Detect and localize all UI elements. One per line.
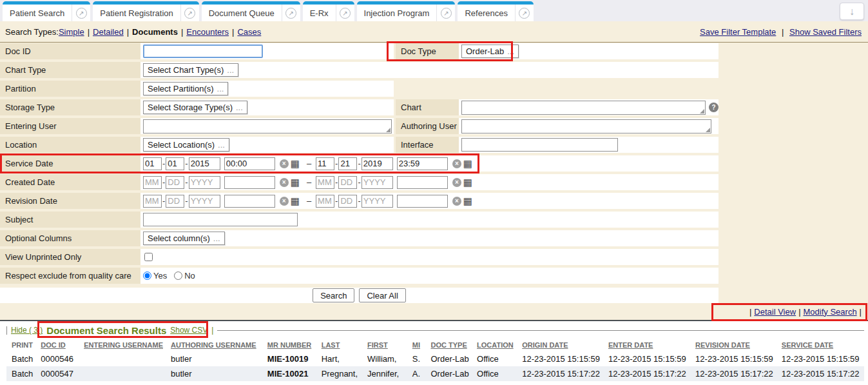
column-header-doc-id[interactable]: DOC ID [35, 339, 79, 351]
column-header-origin-date[interactable]: ORIGIN DATE [517, 339, 603, 351]
clear-date-icon[interactable]: × [280, 178, 289, 187]
service-from-day-input[interactable] [166, 157, 184, 170]
search-type-cases[interactable]: Cases [237, 27, 261, 37]
doc-id-input[interactable] [143, 44, 263, 58]
service-from-month-input[interactable] [143, 157, 162, 170]
hide-results-link[interactable]: Hide ( 3 ) [11, 326, 43, 335]
table-cell-print: Batch [6, 381, 35, 385]
detail-view-link[interactable]: Detail View [754, 307, 796, 317]
table-row[interactable]: Batch0000546butlerMIE-10019Hart,William,… [6, 351, 864, 366]
created-from-year-input[interactable] [189, 176, 220, 189]
created-to-day-input[interactable] [338, 176, 357, 189]
revision-to-month-input[interactable] [316, 195, 334, 208]
service-from-time-input[interactable] [224, 157, 275, 170]
open-in-new-icon: ↗ [184, 8, 195, 19]
service-to-day-input[interactable] [338, 157, 357, 170]
created-to-year-input[interactable] [362, 176, 393, 189]
clear-date-icon[interactable]: × [452, 197, 461, 206]
column-header-revision-date[interactable]: REVISION DATE [690, 339, 776, 351]
clear-date-icon[interactable]: × [452, 159, 461, 168]
clear-date-icon[interactable]: × [280, 159, 289, 168]
tab-references[interactable]: References ↗ [458, 1, 533, 21]
revision-from-day-input[interactable] [166, 195, 184, 208]
subject-input[interactable] [143, 213, 298, 226]
respect-yes-radio[interactable] [143, 271, 151, 280]
respect-no-radio[interactable] [174, 271, 182, 280]
calendar-icon[interactable]: ▦ [291, 159, 300, 168]
open-in-new-icon: ↗ [340, 8, 351, 19]
row-partition: Partition Select Partition(s)... [0, 81, 868, 97]
revision-to-day-input[interactable] [338, 195, 357, 208]
clear-date-icon[interactable]: × [280, 197, 289, 206]
search-type-simple[interactable]: Simple [59, 27, 84, 37]
entering-user-input[interactable] [143, 119, 392, 133]
search-type-encounters[interactable]: Encounters [186, 27, 229, 37]
open-in-new-button[interactable]: ↗ [282, 5, 300, 21]
created-from-day-input[interactable] [166, 176, 184, 189]
authoring-user-input[interactable] [461, 119, 711, 133]
partition-select-button[interactable]: Select Partition(s)... [143, 82, 228, 95]
view-unprinted-checkbox[interactable] [144, 253, 153, 261]
save-filter-template-link[interactable]: Save Filter Template [700, 27, 776, 37]
column-header-first[interactable]: FIRST [362, 339, 407, 351]
location-select-button[interactable]: Select Location(s)... [143, 138, 229, 152]
show-csv-link[interactable]: Show CSV [170, 326, 207, 335]
table-row[interactable]: Batch0000547butlerMIE-10021Pregnant,Jenn… [6, 366, 864, 381]
column-header-doc-type[interactable]: DOC TYPE [425, 339, 472, 351]
clear-date-icon[interactable]: × [452, 178, 461, 187]
download-button[interactable]: ↓ [840, 3, 864, 20]
chart-input[interactable] [461, 101, 706, 115]
column-header-entering-username[interactable]: ENTERING USERNAME [79, 339, 166, 351]
tab-patient-search[interactable]: Patient Search ↗ [3, 1, 90, 21]
revision-from-year-input[interactable] [189, 195, 220, 208]
tab-document-queue[interactable]: Document Queue ↗ [202, 1, 300, 21]
service-to-year-input[interactable] [362, 157, 393, 170]
search-type-detailed[interactable]: Detailed [93, 27, 124, 37]
service-from-year-input[interactable] [189, 157, 220, 170]
chart-type-select-button[interactable]: Select Chart Type(s)... [143, 63, 238, 77]
revision-to-year-input[interactable] [362, 195, 393, 208]
column-header-enter-date[interactable]: ENTER DATE [603, 339, 690, 351]
row-location: Location Select Location(s)... Interface [0, 137, 868, 153]
revision-to-time-input[interactable] [397, 195, 448, 208]
search-types-prefix: Search Types: [5, 27, 59, 37]
revision-from-time-input[interactable] [224, 195, 275, 208]
optional-columns-select-button[interactable]: Select column(s)... [143, 232, 225, 245]
calendar-icon[interactable]: ▦ [463, 196, 472, 206]
help-icon[interactable]: ? [709, 103, 719, 112]
column-header-mi[interactable]: MI [407, 339, 426, 351]
open-in-new-button[interactable]: ↗ [436, 5, 455, 21]
interface-input[interactable] [461, 138, 618, 152]
search-button[interactable]: Search [313, 288, 354, 302]
open-in-new-button[interactable]: ↗ [336, 5, 354, 21]
column-header-location[interactable]: LOCATION [472, 339, 517, 351]
column-header-last[interactable]: LAST [316, 339, 362, 351]
calendar-icon[interactable]: ▦ [463, 177, 472, 187]
open-in-new-button[interactable]: ↗ [72, 5, 90, 21]
show-saved-filters-link[interactable]: Show Saved Filters [789, 27, 862, 37]
created-to-month-input[interactable] [316, 176, 334, 189]
column-header-service-date[interactable]: SERVICE DATE [776, 339, 864, 351]
tab-patient-registration[interactable]: Patient Registration ↗ [93, 1, 198, 21]
modify-search-link[interactable]: Modify Search [804, 307, 857, 317]
revision-from-month-input[interactable] [143, 195, 162, 208]
calendar-icon[interactable]: ▦ [463, 159, 472, 168]
created-from-month-input[interactable] [143, 176, 162, 189]
table-cell-mr-number: MIE-10025 [262, 381, 316, 385]
storage-type-select-button[interactable]: Select Storage Type(s)... [143, 101, 247, 114]
column-header-authoring-username[interactable]: AUTHORING USERNAME [166, 339, 262, 351]
clear-all-button[interactable]: Clear All [359, 288, 405, 302]
tab-injection-program[interactable]: Injection Program ↗ [357, 1, 456, 21]
service-to-time-input[interactable] [397, 157, 448, 170]
tab-e-rx[interactable]: E-Rx ↗ [303, 1, 354, 21]
doc-type-select-button[interactable]: Order-Lab... [461, 44, 519, 58]
open-in-new-button[interactable]: ↗ [180, 5, 199, 21]
created-to-time-input[interactable] [397, 176, 448, 189]
open-in-new-button[interactable]: ↗ [515, 5, 534, 21]
calendar-icon[interactable]: ▦ [291, 177, 300, 187]
column-header-mr-number[interactable]: MR NUMBER [262, 339, 316, 351]
calendar-icon[interactable]: ▦ [291, 196, 300, 206]
service-to-month-input[interactable] [316, 157, 334, 170]
created-from-time-input[interactable] [224, 176, 275, 189]
table-row[interactable]: Batch0000550butlerMIE-10025Anderson,Fred… [6, 381, 864, 385]
